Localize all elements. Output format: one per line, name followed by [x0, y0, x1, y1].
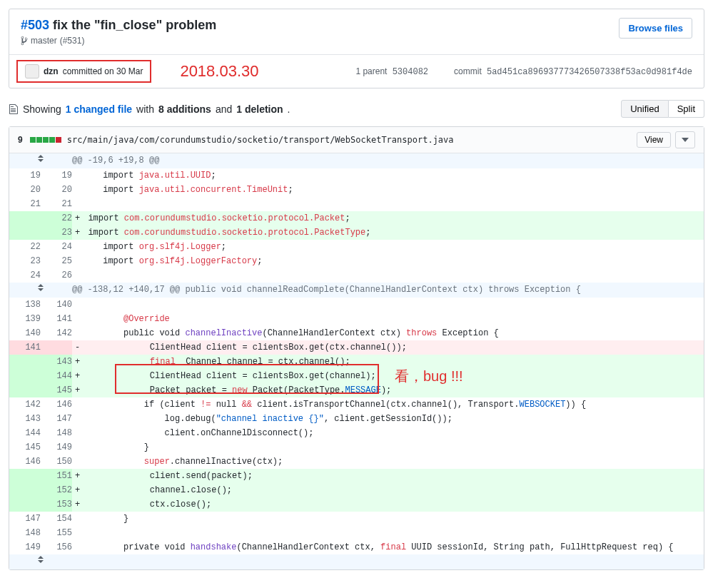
table-row: 145149 } [9, 440, 704, 455]
commit-header: #503 fix the "fin_close" problem master … [9, 9, 704, 54]
author-box: dzn committed on 30 Mar [16, 60, 151, 83]
table-row: 1919 import java.util.UUID; [9, 168, 704, 183]
view-file-button[interactable]: View [637, 132, 671, 148]
table-row: 144148 client.onChannelDisconnect(); [9, 426, 704, 440]
table-row: 2121 [9, 197, 704, 211]
expand-icon[interactable] [9, 554, 72, 569]
table-row: 138140 [9, 298, 704, 312]
split-button[interactable]: Split [669, 100, 704, 118]
file-icon [9, 103, 19, 115]
table-row: 143+ final Channel channel = ctx.channel… [9, 355, 704, 369]
table-row: 22+ import com.corundumstudio.socketio.p… [9, 211, 704, 225]
table-row: 147154 } [9, 512, 704, 526]
changed-files-link[interactable]: 1 changed file [66, 103, 132, 115]
additions-count: 8 additions [158, 103, 211, 115]
branch-name: master [31, 36, 57, 46]
table-row: 142146 if (client != null && client.isTr… [9, 397, 704, 412]
table-row: 23+ import com.corundumstudio.socketio.p… [9, 225, 704, 240]
table-row: 141- ClientHead client = clientsBox.get(… [9, 340, 704, 355]
branch-ref: (#531) [60, 36, 85, 46]
chevron-down-icon[interactable] [675, 131, 695, 148]
table-row: 143147 log.debug("channel inactive {}", … [9, 412, 704, 426]
deletions-count: 1 deletion [236, 103, 283, 115]
diff-view-toggle: Unified Split [621, 100, 704, 118]
table-row: 2224 import org.slf4j.Logger; [9, 240, 704, 254]
commit-meta-right: 1 parent 5304082 commit 5ad451ca89693777… [355, 66, 692, 77]
file-path[interactable]: src/main/java/com/corundumstudio/socketi… [67, 135, 454, 145]
table-row: 151+ client.send(packet); [9, 469, 704, 483]
table-row: 152+ channel.close(); [9, 483, 704, 497]
table-row: 2020 import java.util.concurrent.TimeUni… [9, 183, 704, 197]
hunk-header: @@ -138,12 +140,17 @@ public void channe… [9, 283, 704, 298]
unified-button[interactable]: Unified [621, 100, 668, 118]
table-row: 145+ Packet packet = new Packet(PacketTy… [9, 383, 704, 397]
table-row: 146150 super.channelInactive(ctx); [9, 455, 704, 469]
avatar [25, 64, 39, 78]
diff-table: @@ -19,6 +19,8 @@ 1919 import java.util.… [9, 153, 704, 569]
table-row: 2325 import org.slf4j.LoggerFactory; [9, 254, 704, 268]
parent-sha[interactable]: 5304082 [393, 67, 428, 77]
diff-count: 9 [18, 135, 23, 145]
file-header: 9 src/main/java/com/corundumstudio/socke… [9, 127, 704, 153]
table-row: 144+ ClientHead client = clientsBox.get(… [9, 369, 704, 383]
diffstat-bar [30, 137, 61, 143]
table-row: 149156 private void handshake(ChannelHan… [9, 540, 704, 554]
showing-text: Showing [23, 103, 61, 115]
commit-date: committed on 30 Mar [63, 66, 143, 76]
expand-icon[interactable] [9, 153, 72, 168]
diff-summary: Showing 1 changed file with 8 additions … [9, 100, 704, 118]
table-row: 139141 @Override [9, 312, 704, 326]
branch-line: master (#531) [21, 36, 216, 46]
hunk-footer [9, 554, 704, 569]
issue-number-link[interactable]: #503 [21, 18, 49, 32]
table-row: 148155 [9, 526, 704, 540]
parent-label: 1 parent [355, 66, 387, 76]
table-row: 153+ ctx.close(); [9, 497, 704, 512]
commit-meta: dzn committed on 30 Mar 2018.03.30 1 par… [9, 54, 704, 88]
table-row: 140142 public void channelInactive(Chann… [9, 326, 704, 340]
period: . [288, 103, 290, 115]
hunk-header: @@ -19,6 +19,8 @@ [9, 153, 704, 168]
commit-sha: 5ad451ca896937773426507338f53ac0d981f4de [487, 67, 692, 77]
and-text: and [216, 103, 232, 115]
commit-title: #503 fix the "fin_close" problem [21, 18, 216, 33]
with-text: with [136, 103, 154, 115]
commit-title-text: fix the "fin_close" problem [53, 18, 216, 32]
annotation-date: 2018.03.30 [180, 62, 258, 81]
browse-files-button[interactable]: Browse files [619, 18, 692, 39]
branch-icon [21, 36, 28, 46]
commit-label: commit [454, 66, 482, 76]
file-diff: 9 src/main/java/com/corundumstudio/socke… [9, 126, 704, 570]
table-row: 2426 [9, 268, 704, 283]
author-name[interactable]: dzn [44, 66, 59, 76]
expand-icon[interactable] [9, 283, 72, 298]
commit-box: #503 fix the "fin_close" problem master … [9, 9, 704, 88]
